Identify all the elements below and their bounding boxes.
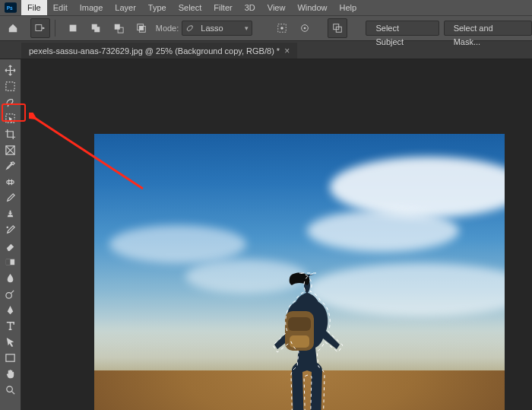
dodge-tool[interactable] bbox=[2, 286, 20, 301]
healing-brush-tool[interactable] bbox=[2, 174, 20, 189]
hand-tool[interactable] bbox=[2, 366, 20, 381]
mode-select[interactable]: Lasso ▾ bbox=[182, 21, 252, 36]
mode-label: Mode: bbox=[156, 24, 179, 33]
menu-file[interactable]: File bbox=[21, 0, 47, 15]
canvas-subject-person bbox=[250, 269, 349, 410]
menu-view[interactable]: View bbox=[261, 0, 292, 15]
menu-3d[interactable]: 3D bbox=[239, 0, 261, 15]
object-finder-button[interactable] bbox=[328, 18, 347, 38]
frame-tool[interactable] bbox=[2, 142, 20, 157]
intersect-selection-button[interactable] bbox=[131, 18, 151, 38]
rectangle-tool[interactable] bbox=[2, 350, 20, 365]
select-subject-button[interactable]: Select Subject bbox=[366, 21, 439, 36]
mode-value: Lasso bbox=[201, 24, 223, 33]
close-icon[interactable]: × bbox=[284, 46, 290, 56]
new-selection-button[interactable] bbox=[63, 18, 83, 38]
menu-layer[interactable]: Layer bbox=[109, 0, 142, 15]
svg-text:Ps: Ps bbox=[7, 5, 13, 11]
document-tab-bar: pexels-sassu-anas-732629.jpg @ 25% (Back… bbox=[0, 41, 532, 59]
sample-all-layers-button[interactable] bbox=[272, 18, 292, 38]
gradient-tool[interactable] bbox=[2, 254, 20, 269]
enhance-edge-button[interactable] bbox=[295, 18, 315, 38]
marquee-tool[interactable] bbox=[2, 78, 20, 94]
options-bar: Mode: Lasso ▾ Select Subject Select and … bbox=[0, 15, 532, 41]
svg-rect-29 bbox=[290, 335, 309, 348]
menu-type[interactable]: Type bbox=[142, 0, 173, 15]
path-selection-tool[interactable] bbox=[2, 334, 20, 349]
svg-rect-3 bbox=[70, 25, 77, 32]
canvas-area bbox=[21, 59, 532, 410]
home-button[interactable] bbox=[3, 18, 23, 38]
tool-panel bbox=[0, 59, 21, 410]
svg-point-12 bbox=[280, 27, 283, 30]
lasso-tool[interactable] bbox=[2, 94, 20, 110]
tool-preset-button[interactable] bbox=[30, 18, 50, 38]
menu-window[interactable]: Window bbox=[291, 0, 333, 15]
document-canvas[interactable] bbox=[94, 134, 505, 410]
svg-rect-2 bbox=[36, 25, 42, 31]
svg-rect-22 bbox=[6, 259, 11, 265]
crop-tool[interactable] bbox=[2, 126, 20, 141]
svg-rect-20 bbox=[7, 180, 14, 183]
menu-edit[interactable]: Edit bbox=[47, 0, 74, 15]
menu-select[interactable]: Select bbox=[173, 0, 208, 15]
object-selection-tool[interactable] bbox=[2, 110, 20, 126]
select-and-mask-button[interactable]: Select and Mask... bbox=[444, 21, 532, 36]
svg-point-25 bbox=[7, 386, 13, 392]
type-tool[interactable] bbox=[2, 318, 20, 333]
move-tool[interactable] bbox=[2, 62, 20, 78]
brush-tool[interactable] bbox=[2, 190, 20, 205]
app-logo: Ps bbox=[0, 0, 21, 15]
menu-help[interactable]: Help bbox=[334, 0, 363, 15]
zoom-tool[interactable] bbox=[2, 382, 20, 397]
clone-stamp-tool[interactable] bbox=[2, 206, 20, 221]
menu-filter[interactable]: Filter bbox=[207, 0, 238, 15]
subtract-selection-button[interactable] bbox=[109, 18, 128, 38]
svg-rect-17 bbox=[6, 81, 14, 90]
svg-rect-6 bbox=[115, 24, 120, 30]
eraser-tool[interactable] bbox=[2, 238, 20, 253]
menu-image[interactable]: Image bbox=[74, 0, 109, 15]
menu-bar: Ps File Edit Image Layer Type Select Fil… bbox=[0, 0, 532, 15]
pen-tool[interactable] bbox=[2, 302, 20, 317]
blur-tool[interactable] bbox=[2, 270, 20, 285]
svg-point-23 bbox=[6, 292, 12, 298]
svg-rect-10 bbox=[139, 26, 143, 30]
svg-rect-28 bbox=[288, 317, 311, 331]
eyedropper-tool[interactable] bbox=[2, 158, 20, 173]
add-selection-button[interactable] bbox=[86, 18, 106, 38]
document-tab-title: pexels-sassu-anas-732629.jpg @ 25% (Back… bbox=[29, 46, 280, 56]
svg-rect-5 bbox=[94, 27, 100, 32]
document-tab[interactable]: pexels-sassu-anas-732629.jpg @ 25% (Back… bbox=[21, 42, 297, 59]
chevron-down-icon: ▾ bbox=[245, 24, 249, 32]
svg-rect-24 bbox=[6, 354, 14, 361]
history-brush-tool[interactable] bbox=[2, 222, 20, 237]
svg-point-14 bbox=[303, 27, 306, 30]
